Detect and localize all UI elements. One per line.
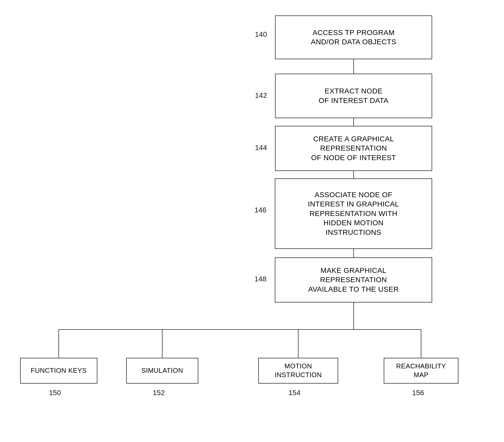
box-142-label: EXTRACT NODEOF INTEREST DATA [319, 86, 389, 105]
box-148: MAKE GRAPHICALREPRESENTATIONAVAILABLE TO… [275, 257, 432, 302]
box-144: CREATE A GRAPHICALREPRESENTATIONOF NODE … [275, 126, 432, 171]
box-148-label: MAKE GRAPHICALREPRESENTATIONAVAILABLE TO… [308, 266, 399, 294]
label-154: 154 [288, 389, 301, 397]
label-140: 140 [255, 30, 267, 39]
box-140: ACCESS TP PROGRAMAND/OR DATA OBJECTS [275, 15, 432, 59]
label-146: 146 [254, 206, 267, 214]
box-142: EXTRACT NODEOF INTEREST DATA [275, 74, 432, 118]
flowchart-diagram: ACCESS TP PROGRAMAND/OR DATA OBJECTS 140… [0, 0, 504, 442]
box-156-label: REACHABILITYMAP [396, 362, 446, 379]
box-154-label: MOTIONINSTRUCTION [275, 362, 322, 379]
label-148: 148 [254, 275, 267, 283]
label-152: 152 [153, 389, 165, 397]
box-150-label: FUNCTION KEYS [31, 366, 87, 375]
box-152: SIMULATION [126, 358, 198, 384]
box-152-label: SIMULATION [141, 366, 183, 375]
label-150: 150 [49, 389, 61, 397]
box-150: FUNCTION KEYS [20, 358, 97, 384]
label-144: 144 [255, 144, 267, 152]
box-156: REACHABILITYMAP [384, 358, 458, 384]
box-140-label: ACCESS TP PROGRAMAND/OR DATA OBJECTS [311, 28, 396, 47]
box-144-label: CREATE A GRAPHICALREPRESENTATIONOF NODE … [311, 134, 396, 162]
label-156: 156 [412, 389, 424, 397]
box-154: MOTIONINSTRUCTION [258, 358, 338, 384]
box-146: ASSOCIATE NODE OFINTEREST IN GRAPHICALRE… [275, 178, 432, 249]
box-146-label: ASSOCIATE NODE OFINTEREST IN GRAPHICALRE… [308, 190, 399, 237]
label-142: 142 [255, 91, 267, 100]
